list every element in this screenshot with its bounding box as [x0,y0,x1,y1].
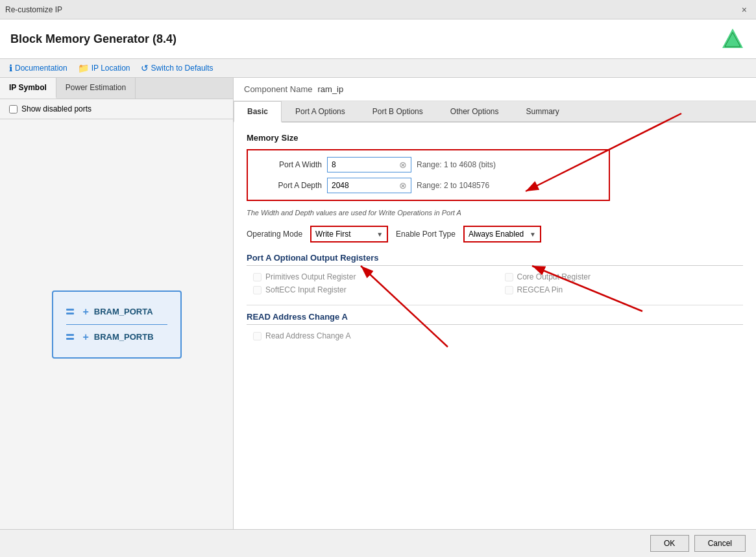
tab-ip-symbol[interactable]: IP Symbol [0,78,56,99]
enable-port-type-arrow-icon: ▼ [530,231,536,238]
port-a-width-row: Port A Width ⊗ Range: 1 to 4608 (bits) [257,157,600,172]
content-area: IP Symbol Power Estimation Show disabled… [0,78,756,529]
tabs-row: Basic Port A Options Port B Options Othe… [234,101,756,123]
tab-port-b[interactable]: Port B Options [359,101,437,121]
info-icon: ℹ [9,63,12,73]
port-a-depth-row: Port A Depth ⊗ Range: 2 to 1048576 [257,178,600,193]
documentation-link[interactable]: ℹ Documentation [9,63,67,73]
tab-power-estimation[interactable]: Power Estimation [56,78,136,99]
primitives-output-register-label: Primitives Output Register [265,272,356,281]
component-name-row: Component Name ram_ip [234,78,756,101]
title-bar: Re-customize IP × [0,0,756,19]
port-a-depth-input-wrapper: ⊗ [327,178,411,193]
read-address-change-checkbox[interactable] [253,332,262,340]
window-title: Block Memory Generator (8.4) [10,32,177,46]
xilinx-logo [720,26,746,52]
left-panel: IP Symbol Power Estimation Show disabled… [0,78,234,529]
left-panel-tabs: IP Symbol Power Estimation [0,78,233,99]
enable-port-type-label: Enable Port Type [396,230,456,239]
port-a-width-range: Range: 1 to 4608 (bits) [417,160,496,169]
documentation-label: Documentation [15,64,67,73]
bram-line-3 [66,334,74,336]
bram-porta-plus-icon: + [83,306,89,318]
regcea-pin-checkbox[interactable] [505,286,513,294]
bram-portb-label: BRAM_PORTB [94,332,154,342]
title-bar-label: Re-customize IP [5,5,62,14]
toolbar: ℹ Documentation 📁 IP Location ↺ Switch t… [0,59,756,78]
bram-line-2 [66,313,74,314]
memory-size-box: Port A Width ⊗ Range: 1 to 4608 (bits) P… [247,149,610,201]
window-header: Block Memory Generator (8.4) [0,19,756,59]
core-output-register-row: Core Output Register [505,272,744,281]
bram-diagram-container: + BRAM_PORTA + BRAM_PORTB [0,119,233,529]
right-panel: Component Name ram_ip Basic Port A Optio… [234,78,756,529]
main-window: Block Memory Generator (8.4) ℹ Documenta… [0,19,756,557]
port-a-depth-clear-icon[interactable]: ⊗ [399,180,407,191]
softECC-input-register-row: SoftECC Input Register [253,285,492,294]
primitives-output-register-checkbox[interactable] [253,273,262,281]
regcea-pin-label: REGCEA Pin [517,285,563,294]
ip-location-link[interactable]: 📁 IP Location [78,63,130,73]
component-name-label: Component Name [244,84,313,94]
port-a-depth-input[interactable] [332,181,399,190]
bram-porta-label: BRAM_PORTA [94,307,153,316]
show-disabled-ports-label: Show disabled ports [21,104,91,113]
port-a-output-registers-title: Port A Optional Output Registers [247,253,743,266]
port-a-depth-range: Range: 2 to 1048576 [417,181,489,190]
port-a-width-label: Port A Width [257,160,322,169]
info-text: The Width and Depth values are used for … [247,209,743,217]
tab-port-a[interactable]: Port A Options [282,101,359,121]
tab-content-basic: Memory Size Port A Width ⊗ Range: 1 to 4… [234,123,756,529]
bottom-bar: OK Cancel [0,529,756,557]
switch-defaults-link[interactable]: ↺ Switch to Defaults [141,63,213,73]
switch-defaults-label: Switch to Defaults [151,64,213,73]
operating-mode-value: Write First [315,230,350,239]
operating-mode-row: Operating Mode Write First ▼ Enable Port… [247,226,743,243]
port-a-width-input-wrapper: ⊗ [327,157,411,172]
core-output-register-checkbox[interactable] [505,273,513,281]
enable-port-type-select[interactable]: Always Enabled ▼ [463,226,541,243]
read-address-change-label: Read Address Change A [265,331,350,340]
bram-diagram: + BRAM_PORTA + BRAM_PORTB [52,290,182,359]
tab-basic[interactable]: Basic [234,101,282,123]
operating-mode-arrow-icon: ▼ [376,231,383,238]
cancel-button[interactable]: Cancel [694,535,746,552]
bram-line-1 [66,309,74,311]
show-disabled-ports-row: Show disabled ports [9,104,224,113]
show-disabled-ports-checkbox[interactable] [9,105,18,113]
component-name-value: ram_ip [318,84,344,94]
tab-other[interactable]: Other Options [437,101,513,121]
port-a-width-clear-icon[interactable]: ⊗ [399,160,407,170]
left-panel-options: Show disabled ports [0,99,233,119]
port-a-depth-label: Port A Depth [257,181,322,190]
ip-location-label: IP Location [91,64,130,73]
bram-line-4 [66,338,74,340]
read-address-change-row: Read Address Change A [247,331,743,340]
read-address-change-title: READ Address Change A [247,312,743,325]
bram-portb-plus-icon: + [83,331,89,343]
port-a-output-registers-grid: Primitives Output Register Core Output R… [247,272,743,294]
softECC-input-register-checkbox[interactable] [253,286,262,294]
operating-mode-label: Operating Mode [247,230,302,239]
refresh-icon: ↺ [141,63,149,73]
primitives-output-register-row: Primitives Output Register [253,272,492,281]
ok-button[interactable]: OK [650,535,689,552]
port-a-width-input[interactable] [332,160,399,169]
regcea-pin-row: REGCEA Pin [505,285,744,294]
enable-port-type-value: Always Enabled [469,230,524,239]
operating-mode-select[interactable]: Write First ▼ [310,226,388,243]
core-output-register-label: Core Output Register [517,272,591,281]
close-button[interactable]: × [738,3,751,16]
softECC-input-register-label: SoftECC Input Register [265,285,347,294]
tab-summary[interactable]: Summary [513,101,573,121]
memory-size-title: Memory Size [247,133,743,143]
bram-porta-row: + BRAM_PORTA [66,302,167,322]
bram-portb-row: + BRAM_PORTB [66,327,167,347]
folder-icon: 📁 [78,63,89,73]
